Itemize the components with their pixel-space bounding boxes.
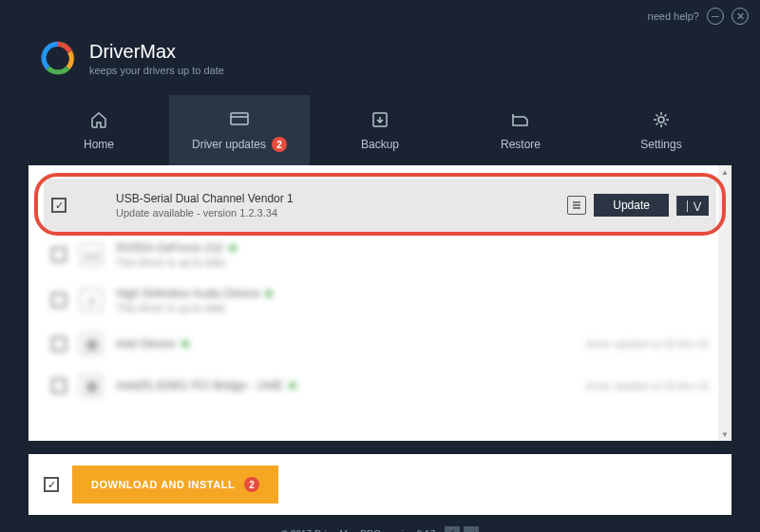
tab-backup[interactable]: Backup xyxy=(310,95,450,165)
checkbox[interactable] xyxy=(51,247,66,262)
driver-title: Intel Device xyxy=(116,337,573,351)
googleplus-icon[interactable]: g⁺ xyxy=(464,526,479,532)
nav-tabs: Home Driver updates2 Backup Restore Sett… xyxy=(0,95,760,165)
driver-item[interactable]: ♪ High Definition Audio Device This driv… xyxy=(44,277,716,323)
app-title: DriverMax xyxy=(89,41,224,63)
facebook-icon[interactable]: f xyxy=(445,526,460,532)
updates-badge: 2 xyxy=(272,137,287,152)
select-all-checkbox[interactable] xyxy=(44,477,59,492)
footer-bar: DOWNLOAD AND INSTALL 2 xyxy=(28,454,732,515)
driver-subtitle: This driver is up-to-date xyxy=(116,302,709,314)
close-button[interactable]: ✕ xyxy=(732,8,749,25)
checkbox[interactable] xyxy=(51,336,66,352)
scroll-up-icon[interactable]: ▲ xyxy=(718,165,732,179)
status-dot-icon xyxy=(289,382,296,390)
driver-status: Driver updated on 03-Nov-16 xyxy=(586,339,709,350)
home-icon xyxy=(88,109,109,130)
tab-label: Driver updates xyxy=(192,138,266,151)
tab-driver-updates[interactable]: Driver updates2 xyxy=(169,95,310,165)
driver-title: USB-Serial Dual Channel Vendor 1 xyxy=(116,192,554,205)
driver-item[interactable]: ⊞ Intel(R) 82801 PCI Bridge - 244E Drive… xyxy=(44,365,716,407)
restore-icon xyxy=(510,109,531,130)
driver-item[interactable]: ▭ NVIDIA GeForce 210 This driver is up-t… xyxy=(44,232,716,277)
scrollbar[interactable]: ▲ ▼ xyxy=(718,165,732,441)
update-dropdown[interactable]: │ ⋁ xyxy=(676,196,709,216)
driver-subtitle: Update available - version 1.2.3.34 xyxy=(116,207,554,218)
help-link[interactable]: need help? xyxy=(648,10,699,22)
driver-subtitle: This driver is up-to-date xyxy=(116,256,709,268)
checkbox[interactable] xyxy=(51,378,66,393)
tab-label: Home xyxy=(84,138,114,151)
driver-item-featured[interactable]: USB-Serial Dual Channel Vendor 1 Update … xyxy=(44,179,716,232)
copyright-text: © 2017 DriverMax PRO version 9.17 xyxy=(281,529,435,533)
scroll-down-icon[interactable]: ▼ xyxy=(718,428,732,441)
checkbox[interactable] xyxy=(51,198,66,213)
tab-restore[interactable]: Restore xyxy=(450,95,591,165)
driver-title: NVIDIA GeForce 210 xyxy=(116,241,709,255)
tab-home[interactable]: Home xyxy=(28,95,169,165)
svg-rect-1 xyxy=(231,113,248,124)
gear-icon xyxy=(651,109,672,130)
updates-icon xyxy=(229,108,250,129)
app-logo-icon xyxy=(38,38,78,78)
driver-status: Driver updated on 03-Nov-16 xyxy=(586,381,709,391)
device-icon: ⊞ xyxy=(80,332,103,355)
svg-point-4 xyxy=(658,117,664,123)
status-dot-icon xyxy=(181,340,189,348)
backup-icon xyxy=(370,109,390,130)
driver-title: Intel(R) 82801 PCI Bridge - 244E xyxy=(116,379,573,392)
app-header: DriverMax keeps your drivers up to date xyxy=(0,32,760,95)
status-dot-icon xyxy=(229,244,237,252)
tab-label: Restore xyxy=(501,138,541,151)
copyright-bar: © 2017 DriverMax PRO version 9.17 f g⁺ xyxy=(0,515,760,532)
checkbox[interactable] xyxy=(51,293,66,308)
tab-label: Settings xyxy=(640,138,681,151)
monitor-icon: ▭ xyxy=(80,243,103,266)
tab-settings[interactable]: Settings xyxy=(591,95,732,165)
driver-list-panel: USB-Serial Dual Channel Vendor 1 Update … xyxy=(28,165,732,441)
details-icon[interactable] xyxy=(567,196,586,215)
driver-title: High Definition Audio Device xyxy=(116,287,709,300)
status-dot-icon xyxy=(265,290,273,297)
download-badge: 2 xyxy=(244,477,259,492)
update-button[interactable]: Update xyxy=(594,194,669,217)
download-install-button[interactable]: DOWNLOAD AND INSTALL 2 xyxy=(72,466,278,504)
app-tagline: keeps your drivers up to date xyxy=(89,65,224,76)
driver-item[interactable]: ⊞ Intel Device Driver updated on 03-Nov-… xyxy=(44,323,716,365)
tab-label: Backup xyxy=(361,138,399,151)
audio-icon: ♪ xyxy=(80,289,103,312)
device-icon: ⊞ xyxy=(80,374,103,397)
minimize-button[interactable]: ─ xyxy=(707,8,724,25)
